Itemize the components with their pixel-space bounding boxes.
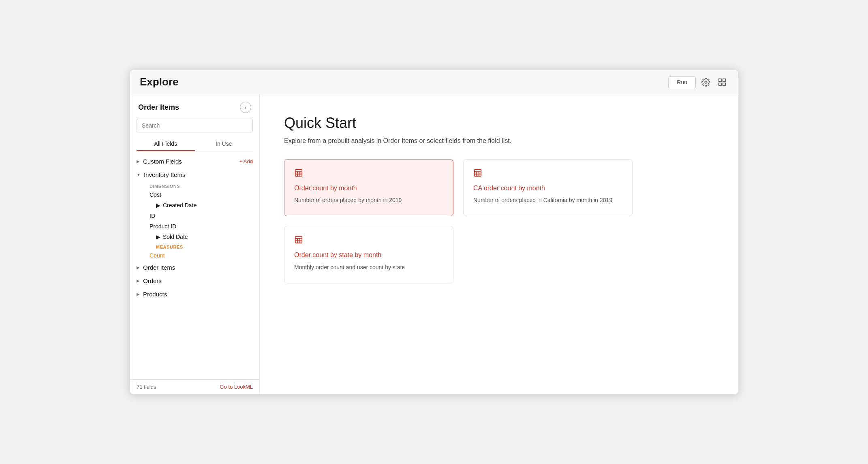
section-orders[interactable]: ▶ Orders [130,274,259,287]
card-order-count-by-month[interactable]: Order count by month Number of orders pl… [284,159,453,216]
sidebar: Order Items ‹ All Fields In Use ▶ Custom… [130,94,260,394]
svg-rect-15 [295,236,302,243]
inventory-items-fields: DIMENSIONS Cost ▶ Created Date ID Produc… [130,181,259,261]
header: Explore Run [130,70,738,94]
quick-start-description: Explore from a prebuilt analysis in Orde… [284,137,714,145]
header-actions: Run [668,76,728,88]
app-window: Explore Run Order I [130,70,738,394]
products-label: Products [143,291,167,298]
cards-grid: Order count by month Number of orders pl… [284,159,633,283]
inventory-items-label: Inventory Items [144,171,186,178]
collapse-sidebar-button[interactable]: ‹ [240,102,251,113]
card-desc-2: Number of orders placed in California by… [473,196,622,204]
lookml-link[interactable]: Go to LookML [220,384,253,390]
page-title: Explore [140,76,668,88]
orders-label: Orders [143,277,162,284]
card-title-3: Order count by state by month [294,251,443,260]
quick-start-title: Quick Start [284,115,714,132]
field-count[interactable]: Count [143,250,259,261]
search-input[interactable] [137,119,253,132]
sidebar-header: Order Items ‹ [130,94,259,117]
grid-view-button[interactable] [716,76,728,88]
card-icon-2 [473,168,622,180]
sidebar-title: Order Items [138,103,179,112]
run-button[interactable]: Run [668,76,696,88]
custom-fields-label: Custom Fields [143,158,182,165]
chevron-right-icon-orders: ▶ [137,279,140,283]
section-products[interactable]: ▶ Products [130,287,259,301]
svg-rect-3 [719,83,721,85]
svg-point-0 [705,81,707,83]
main-layout: Order Items ‹ All Fields In Use ▶ Custom… [130,94,738,394]
measures-label: MEASURES [143,242,259,250]
svg-rect-2 [723,79,725,81]
dimensions-label: DIMENSIONS [143,181,259,189]
fields-count: 71 fields [137,384,156,390]
card-desc-1: Number of orders placed by month in 2019 [294,196,443,204]
card-title-1: Order count by month [294,184,443,193]
section-inventory-items: ▼ Inventory Items DIMENSIONS Cost ▶ Crea… [130,168,259,261]
chevron-right-icon: ▶ [137,159,140,164]
field-cost[interactable]: Cost [143,189,259,200]
main-content: Quick Start Explore from a prebuilt anal… [260,94,738,394]
chevron-right-icon-products: ▶ [137,292,140,296]
card-icon-3 [294,235,443,247]
card-ca-order-count-by-month[interactable]: CA order count by month Number of orders… [463,159,633,216]
order-items-label: Order Items [143,264,175,271]
section-order-items[interactable]: ▶ Order Items [130,261,259,274]
grid-icon [718,78,727,87]
inventory-items-header[interactable]: ▼ Inventory Items [130,168,259,181]
chevron-right-icon-order-items: ▶ [137,265,140,270]
add-custom-field-button[interactable]: + Add [239,158,253,164]
card-icon-1 [294,168,443,180]
created-date-label: Created Date [163,202,197,209]
field-tabs: All Fields In Use [137,137,253,151]
field-id[interactable]: ID [143,211,259,221]
chevron-down-icon: ▼ [137,172,141,177]
chevron-right-icon-sold: ▶ [156,234,160,240]
search-container [130,117,259,137]
card-title-2: CA order count by month [473,184,622,193]
svg-rect-5 [295,170,302,177]
field-product-id[interactable]: Product ID [143,221,259,232]
svg-rect-4 [723,83,725,85]
tab-all-fields[interactable]: All Fields [137,137,195,151]
svg-rect-10 [475,170,481,177]
gear-icon [701,78,710,87]
sidebar-footer: 71 fields Go to LookML [130,379,259,394]
card-desc-3: Monthly order count and user count by st… [294,263,443,272]
tab-in-use[interactable]: In Use [195,137,253,151]
card-order-count-by-state-by-month[interactable]: Order count by state by month Monthly or… [284,226,453,283]
settings-button[interactable] [700,76,712,88]
section-custom-fields[interactable]: ▶ Custom Fields + Add [130,155,259,168]
field-sold-date[interactable]: ▶ Sold Date [143,232,259,242]
field-created-date[interactable]: ▶ Created Date [143,200,259,211]
sold-date-label: Sold Date [163,234,188,240]
chevron-right-icon-created: ▶ [156,202,160,209]
chevron-left-icon: ‹ [245,104,247,111]
field-list: ▶ Custom Fields + Add ▼ Inventory Items [130,151,259,379]
svg-rect-1 [719,79,721,81]
